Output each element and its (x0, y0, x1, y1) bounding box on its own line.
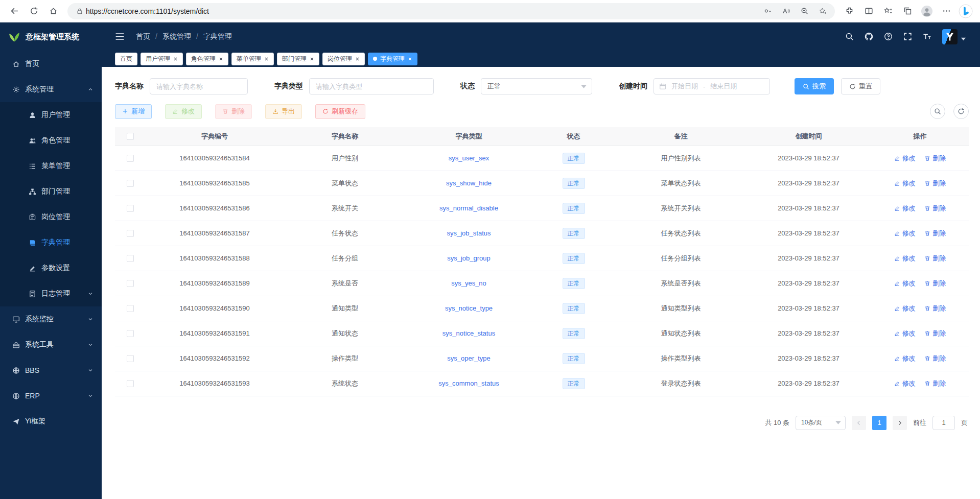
toggle-search-button[interactable] (930, 104, 945, 119)
sidebar-item[interactable]: 系统管理 (0, 77, 102, 102)
address-bar[interactable]: https://ccnetcore.com:1101/system/dict (67, 3, 835, 19)
row-delete-link[interactable]: 删除 (924, 254, 946, 263)
app-logo[interactable]: 意框架管理系统 (0, 22, 102, 51)
row-checkbox[interactable] (127, 330, 134, 337)
password-manager-button[interactable] (758, 4, 777, 18)
row-delete-link[interactable]: 删除 (924, 354, 946, 363)
row-checkbox[interactable] (127, 180, 134, 187)
row-delete-link[interactable]: 删除 (924, 179, 946, 188)
current-page-button[interactable]: 1 (872, 416, 886, 430)
row-edit-link[interactable]: 修改 (894, 254, 916, 263)
url-text[interactable]: https://ccnetcore.com:1101/system/dict (86, 7, 758, 15)
sidebar-item[interactable]: ERP (0, 383, 102, 409)
row-delete-link[interactable]: 删除 (924, 279, 946, 288)
page-tab[interactable]: 首页 (115, 53, 137, 65)
sidebar-toggle-icon[interactable] (115, 32, 125, 41)
zoom-button[interactable] (795, 4, 813, 18)
header-search-icon[interactable] (845, 32, 854, 41)
row-edit-link[interactable]: 修改 (894, 379, 916, 388)
read-aloud-button[interactable] (777, 4, 795, 18)
reset-button[interactable]: 重置 (841, 78, 880, 94)
sidebar-item[interactable]: Yi框架 (0, 409, 102, 434)
page-tab[interactable]: 字典管理 (368, 53, 417, 65)
row-edit-link[interactable]: 修改 (894, 279, 916, 288)
select-all-checkbox[interactable] (127, 133, 134, 140)
fullscreen-icon[interactable] (903, 32, 912, 41)
sidebar-item[interactable]: 字典管理 (0, 230, 102, 255)
dict-type-link[interactable]: sys_notice_type (445, 304, 493, 312)
dict-type-link[interactable]: sys_job_status (447, 229, 491, 237)
breadcrumb-item[interactable]: 系统管理 (150, 32, 191, 41)
sidebar-item[interactable]: 参数设置 (0, 255, 102, 281)
refresh-table-button[interactable] (953, 104, 969, 119)
sidebar-item[interactable]: 日志管理 (0, 281, 102, 306)
goto-page-input[interactable] (932, 416, 955, 430)
browser-home-button[interactable] (44, 2, 62, 20)
page-tab[interactable]: 角色管理 (186, 53, 228, 65)
collections-button[interactable] (898, 2, 917, 20)
dict-name-input[interactable] (150, 78, 248, 94)
close-icon[interactable] (219, 57, 223, 61)
row-edit-link[interactable]: 修改 (894, 179, 916, 188)
row-edit-link[interactable]: 修改 (894, 354, 916, 363)
split-screen-button[interactable] (859, 2, 878, 20)
row-checkbox[interactable] (127, 305, 134, 312)
sidebar-item[interactable]: 菜单管理 (0, 153, 102, 179)
export-button[interactable]: 导出 (265, 104, 302, 119)
row-checkbox[interactable] (127, 355, 134, 362)
sidebar-item[interactable]: 用户管理 (0, 102, 102, 128)
github-icon[interactable] (865, 32, 873, 41)
row-checkbox[interactable] (127, 155, 134, 162)
breadcrumb-item[interactable]: 字典管理 (191, 32, 232, 41)
prev-page-button[interactable] (852, 416, 866, 430)
delete-button[interactable]: 删除 (215, 104, 252, 119)
page-tab[interactable]: 岗位管理 (322, 53, 365, 65)
row-checkbox[interactable] (127, 380, 134, 387)
row-delete-link[interactable]: 删除 (924, 329, 946, 338)
close-icon[interactable] (173, 57, 178, 61)
dict-type-link[interactable]: sys_notice_status (442, 329, 495, 337)
row-edit-link[interactable]: 修改 (894, 329, 916, 338)
dict-type-link[interactable]: sys_show_hide (446, 179, 492, 187)
close-icon[interactable] (355, 57, 360, 61)
status-select[interactable]: 正常 (481, 78, 592, 94)
browser-profile-avatar[interactable] (918, 2, 936, 20)
close-icon[interactable] (408, 57, 412, 61)
sidebar-item[interactable]: 系统工具 (0, 332, 102, 358)
add-favorite-button[interactable] (813, 4, 832, 18)
dict-type-link[interactable]: sys_job_group (447, 254, 491, 262)
row-edit-link[interactable]: 修改 (894, 154, 916, 163)
next-page-button[interactable] (893, 416, 907, 430)
close-icon[interactable] (264, 57, 269, 61)
user-avatar[interactable] (942, 29, 958, 44)
row-delete-link[interactable]: 删除 (924, 204, 946, 213)
dict-type-link[interactable]: sys_user_sex (449, 154, 489, 162)
browser-menu-button[interactable] (937, 2, 955, 20)
refresh-cache-button[interactable]: 刷新缓存 (315, 104, 365, 119)
sidebar-item[interactable]: 系统监控 (0, 306, 102, 332)
help-icon[interactable] (884, 32, 893, 41)
row-delete-link[interactable]: 删除 (924, 379, 946, 388)
sidebar-item[interactable]: 首页 (0, 51, 102, 77)
browser-reload-button[interactable] (25, 2, 43, 20)
row-checkbox[interactable] (127, 230, 134, 237)
date-range-picker[interactable]: 开始日期 - 结束日期 (654, 78, 770, 94)
row-checkbox[interactable] (127, 280, 134, 287)
sidebar-item[interactable]: 部门管理 (0, 179, 102, 204)
row-delete-link[interactable]: 删除 (924, 304, 946, 313)
browser-back-button[interactable] (5, 2, 24, 20)
row-edit-link[interactable]: 修改 (894, 229, 916, 238)
dict-type-input[interactable] (309, 78, 434, 94)
favorites-button[interactable] (879, 2, 897, 20)
sidebar-item[interactable]: 岗位管理 (0, 204, 102, 230)
row-delete-link[interactable]: 删除 (924, 229, 946, 238)
row-edit-link[interactable]: 修改 (894, 204, 916, 213)
font-size-icon[interactable] (923, 32, 931, 41)
page-tab[interactable]: 部门管理 (277, 53, 319, 65)
breadcrumb-item[interactable]: 首页 (136, 32, 150, 41)
page-tab[interactable]: 菜单管理 (231, 53, 274, 65)
search-button[interactable]: 搜索 (795, 78, 834, 94)
row-delete-link[interactable]: 删除 (924, 154, 946, 163)
sidebar-item[interactable]: BBS (0, 358, 102, 383)
sidebar-item[interactable]: 角色管理 (0, 128, 102, 153)
